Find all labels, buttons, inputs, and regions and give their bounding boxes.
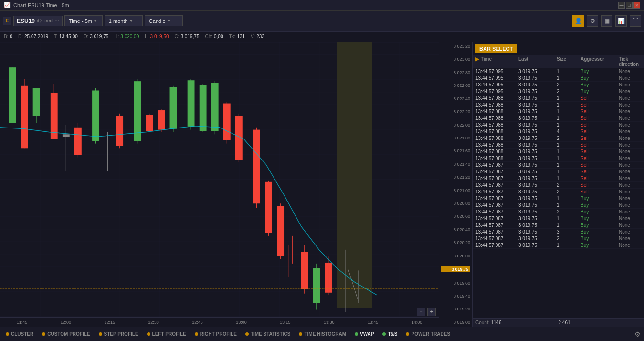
expand-icon[interactable]: ⛶ [630, 15, 641, 27]
trade-size: 1 [557, 109, 581, 114]
trade-time: 13:44:57:087 [475, 189, 518, 194]
tab-cluster[interactable]: CLUSTER [2, 330, 37, 338]
trade-size: 2 [557, 209, 581, 214]
tab-time-histogram[interactable]: TIME HISTOGRAM [295, 330, 350, 338]
table-row[interactable]: 13:44:57:087 3 019,75 1 Buy None [473, 242, 644, 249]
info-h: H: 3 020,00 [114, 34, 139, 39]
trade-aggressor: Buy [581, 69, 619, 74]
table-row[interactable]: 13:44:57:087 3 019,75 3 Buy None [473, 229, 644, 235]
table-row[interactable]: 13:44:57:088 3 019,75 1 Sell None [473, 149, 644, 155]
titlebar-title: Chart ESU19 Time - 5m [13, 2, 69, 8]
tab-dot [245, 332, 249, 336]
tab-power-trades[interactable]: POWER TRADES [402, 330, 454, 338]
trade-last: 3 019,75 [518, 182, 557, 188]
chart-area[interactable]: AUTO [0, 42, 472, 327]
table-row[interactable]: 13:44:57:095 3 019,75 2 Buy None [473, 82, 644, 88]
table-row[interactable]: 13:44:57:087 3 019,75 1 Buy None [473, 202, 644, 209]
table-row[interactable]: 13:44:57:087 3 019,75 2 Sell None [473, 182, 644, 189]
period-label: 1 month [109, 18, 128, 24]
tab-right-profile[interactable]: RIGHT PROFILE [191, 330, 241, 338]
table-row[interactable]: 13:44:57:088 3 019,75 1 Sell None [473, 155, 644, 162]
table-row[interactable]: 13:44:57:088 3 019,75 2 Sell None [473, 135, 644, 142]
chart-svg[interactable] [0, 42, 439, 317]
table-row[interactable]: 13:44:57:088 3 019,75 1 Sell None [473, 102, 644, 108]
table-row[interactable]: 13:44:57:087 3 019,75 1 Buy None [473, 215, 644, 222]
bar-select-label[interactable]: BAR SELECT [475, 44, 517, 53]
price-label: 3 020,60 [441, 214, 470, 219]
maximize-button[interactable]: □ [626, 2, 633, 9]
tab-left-profile[interactable]: LEFT PROFILE [143, 330, 190, 338]
price-label: 3 020,20 [441, 240, 470, 245]
trade-last: 3 019,75 [518, 236, 557, 241]
table-row[interactable]: 13:44:57:095 3 019,75 1 Buy None [473, 75, 644, 82]
chart-icon[interactable]: 📊 [615, 15, 627, 27]
table-row[interactable]: 13:44:57:088 3 019,75 1 Sell None [473, 108, 644, 115]
symbol-selector[interactable]: ESU19 iQFeed ⋯ [13, 16, 63, 26]
tab-dot [99, 332, 102, 336]
tab-time-statistics[interactable]: TIME STATISTICS [242, 330, 295, 338]
trade-time: 13:44:57:087 [475, 223, 518, 228]
trade-time: 13:44:57:095 [475, 75, 518, 81]
timeframe-selector[interactable]: Time - 5m ▾ [64, 15, 103, 26]
tab-label: TIME STATISTICS [251, 331, 291, 337]
table-row[interactable]: 13:44:57:087 3 019,75 1 Sell None [473, 162, 644, 169]
tab-step-profile[interactable]: STEP PROFILE [95, 330, 142, 338]
minimize-button[interactable]: — [618, 2, 625, 9]
trade-tick: None [619, 216, 641, 221]
tab-label: VWAP [360, 331, 374, 337]
settings-icon[interactable]: ⚙ [587, 15, 598, 27]
profile-icon[interactable]: 👤 [572, 15, 584, 27]
table-row[interactable]: 13:44:57:087 3 019,75 1 Sell None [473, 169, 644, 175]
titlebar: 📈 Chart ESU19 Time - 5m — □ ✕ [0, 0, 644, 11]
close-button[interactable]: ✕ [633, 2, 640, 9]
trade-size: 1 [557, 162, 581, 168]
layout-icon[interactable]: ▦ [601, 15, 612, 27]
period-selector[interactable]: 1 month ▾ [105, 15, 143, 26]
table-row[interactable]: 13:44:57:095 3 019,75 1 Buy None [473, 68, 644, 75]
table-row[interactable]: 13:44:57:087 3 019,75 1 Buy None [473, 222, 644, 229]
table-row[interactable]: 13:44:57:088 3 019,75 1 Sell None [473, 122, 644, 128]
trade-last: 3 019,75 [518, 142, 557, 148]
trade-tick: None [619, 96, 641, 101]
table-row[interactable]: 13:44:57:087 3 019,75 2 Sell None [473, 189, 644, 195]
price-axis: 3 023,20 3 023,00 3 022,80 3 022,60 3 02… [439, 42, 472, 327]
trade-time: 13:44:57:087 [475, 162, 518, 168]
tab-dot [42, 332, 45, 336]
bar-select-button[interactable]: BAR SELECT [473, 42, 644, 55]
table-row[interactable]: 13:44:57:087 3 019,75 2 Buy None [473, 235, 644, 242]
trade-last: 3 019,75 [518, 202, 557, 208]
trade-tick: None [619, 75, 641, 81]
chart-type-selector[interactable]: Candle ▾ [145, 15, 183, 26]
trade-last: 3 019,75 [518, 136, 557, 141]
settings-button[interactable]: ⚙ [633, 330, 642, 339]
info-l: L: 3 019,50 [145, 34, 169, 39]
trade-tick: None [619, 196, 641, 201]
table-row[interactable]: 13:44:57:088 3 019,75 1 Sell None [473, 115, 644, 122]
zoom-out-button[interactable]: − [417, 308, 425, 316]
table-row[interactable]: 13:44:57:088 3 019,75 1 Sell None [473, 142, 644, 149]
symbol-menu-icon[interactable]: ⋯ [54, 18, 59, 23]
tab-custom-profile[interactable]: CUSTOM PROFILE [38, 330, 94, 338]
trade-aggressor: Sell [581, 116, 619, 121]
trade-time: 13:44:57:087 [475, 209, 518, 214]
tab-dot [195, 332, 198, 336]
table-row[interactable]: 13:44:57:087 3 019,75 1 Sell None [473, 175, 644, 182]
trade-size: 2 [557, 89, 581, 94]
trade-size: 2 [557, 189, 581, 194]
trades-list[interactable]: 13:44:57:095 3 019,75 1 Buy None 13:44:5… [473, 68, 644, 318]
price-label: 3 021,60 [441, 149, 470, 153]
trade-tick: None [619, 209, 641, 214]
table-row[interactable]: 13:44:57:087 3 019,75 1 Buy None [473, 195, 644, 202]
zoom-in-button[interactable]: + [427, 308, 436, 316]
trade-last: 3 019,75 [518, 243, 557, 248]
trade-aggressor: Sell [581, 156, 619, 161]
table-row[interactable]: 13:44:57:088 3 019,75 4 Sell None [473, 128, 644, 135]
tab-vwap[interactable]: VWAP [351, 330, 378, 338]
table-row[interactable]: 13:44:57:087 3 019,75 2 Buy None [473, 209, 644, 215]
price-label: 3 022,40 [441, 96, 470, 101]
table-row[interactable]: 13:44:57:088 3 019,75 1 Sell None [473, 95, 644, 102]
trade-size: 1 [557, 216, 581, 221]
tab-ts[interactable]: T&S [379, 330, 401, 338]
table-row[interactable]: 13:44:57:095 3 019,75 2 Buy None [473, 88, 644, 95]
trade-time: 13:44:57:088 [475, 96, 518, 101]
